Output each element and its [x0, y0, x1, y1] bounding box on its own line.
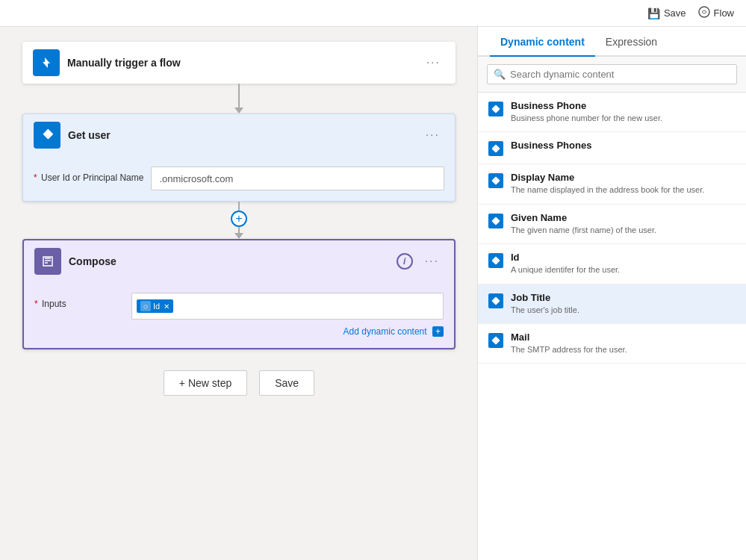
svg-rect-2	[491, 105, 500, 113]
add-dynamic-row: Add dynamic content +	[34, 320, 444, 337]
get-user-header: Get user ···	[23, 114, 455, 156]
get-user-menu[interactable]: ···	[421, 127, 444, 143]
item-text-jobtitle: Job Title The user's job title.	[511, 292, 736, 316]
flow-icon	[698, 6, 710, 20]
add-dynamic-plus-icon: +	[432, 326, 444, 337]
panel-tabs: Dynamic content Expression	[478, 27, 746, 57]
diamond-icon-mail	[491, 336, 500, 345]
svg-rect-1	[43, 129, 53, 140]
diamond-icon-businessphone	[491, 105, 500, 113]
item-text-id: Id A unique identifer for the user.	[511, 252, 736, 276]
arrow-line-1	[238, 84, 240, 108]
chip-label: Id	[153, 302, 160, 311]
compose-icon	[40, 254, 55, 269]
item-title-displayname: Display Name	[511, 172, 736, 183]
svg-rect-6	[491, 257, 500, 265]
diamond-icon-jobtitle	[491, 296, 500, 305]
item-desc-mail: The SMTP address for the user.	[511, 344, 736, 355]
dynamic-item-jobtitle[interactable]: Job Title The user's job title.	[478, 284, 746, 324]
dynamic-item-givenname[interactable]: Given Name The given name (first name) o…	[478, 205, 746, 244]
flow-label: Flow	[714, 7, 734, 19]
dynamic-content-list: Business Phone Business phone number for…	[478, 93, 746, 560]
save-button[interactable]: 💾 Save	[647, 7, 686, 19]
diamond-icon-id	[491, 256, 500, 265]
trigger-menu[interactable]: ···	[422, 55, 445, 71]
arrow-1	[234, 84, 243, 113]
item-icon-id	[488, 253, 503, 268]
required-marker: *	[34, 172, 37, 183]
item-icon-displayname	[488, 173, 503, 188]
svg-rect-5	[491, 217, 500, 225]
user-id-input[interactable]	[151, 167, 444, 190]
svg-rect-4	[491, 177, 500, 185]
dynamic-item-mail[interactable]: Mail The SMTP address for the user.	[478, 324, 746, 364]
new-step-button[interactable]: + New step	[164, 370, 247, 396]
save-action-button[interactable]: Save	[259, 370, 314, 396]
dynamic-search-input[interactable]	[510, 69, 730, 80]
plus-line-top	[238, 202, 240, 211]
svg-rect-8	[491, 336, 500, 344]
dynamic-item-businessphone[interactable]: Business Phone Business phone number for…	[478, 93, 746, 132]
save-label: Save	[664, 7, 686, 19]
panel-search-area: 🔍	[478, 57, 746, 93]
item-text-businessphone: Business Phone Business phone number for…	[511, 100, 736, 124]
trigger-title: Manually trigger a flow	[67, 57, 414, 69]
svg-rect-7	[491, 296, 500, 305]
add-dynamic-link[interactable]: Add dynamic content +	[344, 326, 444, 337]
chip-diamond-icon: ◇	[140, 301, 151, 311]
item-desc-jobtitle: The user's job title.	[511, 305, 736, 316]
flow-button[interactable]: Flow	[698, 6, 734, 20]
item-text-mail: Mail The SMTP address for the user.	[511, 332, 736, 355]
dynamic-panel: Dynamic content Expression 🔍 Business Ph…	[477, 27, 746, 560]
id-token-chip: ◇ Id ✕	[137, 299, 173, 313]
compose-header: Compose i ···	[24, 240, 454, 282]
action-row: + New step Save	[164, 370, 314, 396]
item-title-mail: Mail	[511, 332, 736, 343]
item-title-givenname: Given Name	[511, 212, 736, 223]
get-user-icon-bg	[34, 122, 60, 149]
item-desc-id: A unique identifer for the user.	[511, 264, 736, 276]
arrow-head-1	[234, 108, 243, 113]
get-user-title: Get user	[68, 129, 414, 141]
get-user-icon	[40, 128, 55, 143]
save-icon: 💾	[647, 7, 660, 19]
item-desc-businessphone: Business phone number for the new user.	[511, 113, 736, 124]
get-user-card: Get user ··· * User Id or Principal Name	[22, 113, 456, 202]
dynamic-item-id[interactable]: Id A unique identifer for the user.	[478, 244, 746, 284]
svg-point-0	[699, 7, 709, 17]
item-text-displayname: Display Name The name displayed in the a…	[511, 172, 736, 196]
diamond-icon-displayname	[491, 176, 500, 185]
plus-connector: +	[231, 202, 247, 239]
compose-icon-bg	[34, 248, 61, 275]
tab-expression[interactable]: Expression	[595, 27, 668, 57]
inputs-box[interactable]: ◇ Id ✕	[131, 293, 444, 320]
add-step-circle[interactable]: +	[231, 211, 247, 227]
get-user-body: * User Id or Principal Name	[23, 156, 455, 201]
add-dynamic-label: Add dynamic content	[344, 326, 427, 337]
user-id-field-row: * User Id or Principal Name	[34, 167, 444, 190]
trigger-icon	[39, 55, 54, 70]
dynamic-item-displayname[interactable]: Display Name The name displayed in the a…	[478, 164, 746, 204]
item-title-businessphone: Business Phone	[511, 100, 736, 111]
compose-menu[interactable]: ···	[420, 253, 444, 270]
compose-body: * Inputs ◇ Id ✕ Add dynamic content +	[24, 282, 454, 348]
tab-dynamic-content[interactable]: Dynamic content	[490, 27, 595, 57]
item-icon-businessphone	[488, 102, 503, 116]
item-title-id: Id	[511, 252, 736, 263]
item-desc-givenname: The given name (first name) of the user.	[511, 225, 736, 236]
chip-close-btn[interactable]: ✕	[164, 302, 170, 311]
search-icon: 🔍	[494, 69, 506, 80]
trigger-card: Manually trigger a flow ···	[22, 42, 456, 84]
svg-rect-3	[491, 145, 500, 153]
dynamic-item-businessphones[interactable]: Business Phones	[478, 132, 746, 164]
trigger-card-header: Manually trigger a flow ···	[22, 42, 456, 84]
inputs-required-marker: *	[34, 299, 38, 309]
flow-canvas: Manually trigger a flow ··· Get user ···…	[0, 27, 478, 560]
item-desc-displayname: The name displayed in the address book f…	[511, 184, 736, 196]
item-icon-mail	[488, 333, 503, 348]
compose-title: Compose	[69, 255, 389, 267]
diamond-icon-givenname	[491, 217, 500, 225]
plus-line-bottom	[238, 227, 240, 233]
compose-info-icon[interactable]: i	[397, 253, 413, 270]
inputs-field-row: * Inputs ◇ Id ✕	[34, 293, 444, 320]
